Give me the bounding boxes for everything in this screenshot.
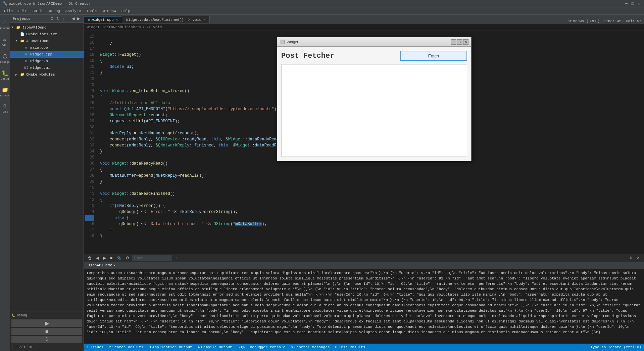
- edit-icon: ✏: [3, 36, 7, 43]
- sidebar-item-help[interactable]: ? Help: [0, 100, 10, 117]
- debug-icon: 🐛: [2, 70, 8, 77]
- menu-help[interactable]: Help: [119, 8, 133, 14]
- ui-icon: UI: [23, 65, 29, 71]
- tab-cpp-icon: ⚙: [88, 18, 90, 22]
- cmake-arrow: ▶: [15, 73, 19, 77]
- projects-expand-btn[interactable]: +: [61, 16, 65, 21]
- menu-debug[interactable]: Debug: [46, 8, 63, 14]
- expand-arrow-sub: ▼: [15, 39, 19, 43]
- play-btn[interactable]: ▶: [11, 319, 82, 327]
- debug-sidebar-item[interactable]: 🐛 Debug: [11, 313, 82, 318]
- menu-analyze[interactable]: Analyze: [63, 8, 84, 14]
- menu-bar: File Edit Build Debug Analyze Tools Wind…: [0, 7, 644, 15]
- output-text: temporibus autem et\narchitecto magnam u…: [87, 271, 640, 334]
- attach-btn[interactable]: 📎: [115, 255, 123, 261]
- step-btn[interactable]: ⤵: [11, 336, 82, 343]
- menu-build[interactable]: Build: [30, 8, 46, 14]
- status-tab-test[interactable]: 8 Test Results: [335, 345, 365, 349]
- sidebar-item-welcome[interactable]: ⌂ Welcome: [0, 16, 10, 33]
- tree-item-widgeth[interactable]: H widget.h: [10, 58, 84, 64]
- add-filter-btn[interactable]: +: [174, 255, 179, 261]
- issues-label: Issues: [90, 345, 104, 349]
- output-tab-label: JsonAPIDemo: [88, 263, 112, 267]
- run-btn[interactable]: ▶: [102, 255, 107, 261]
- breadcrumb: Widget::dataReadFinished() -> void: [87, 25, 162, 29]
- title-bar: 🔧 widget.cpp @ JsonAPIDemo - Qt Creator …: [0, 0, 644, 7]
- settings-output-btn[interactable]: ⚙: [124, 255, 131, 261]
- stop-btn[interactable]: ■: [11, 328, 82, 335]
- tab-data-read-finished[interactable]: Widget::dataReadFinished() -> void ✕: [122, 16, 210, 23]
- tab-widget-cpp[interactable]: ⚙ widget.cpp ✕: [84, 16, 122, 23]
- status-tab-search-results[interactable]: 2 Search Results: [109, 345, 143, 349]
- status-tab-qml[interactable]: 5 QML Debugger Console: [238, 345, 286, 349]
- menu-edit[interactable]: Edit: [15, 8, 30, 14]
- close-btn[interactable]: ✕: [638, 1, 640, 6]
- widget-close-btn[interactable]: ✕: [463, 39, 468, 45]
- output-tab-close[interactable]: ✕: [114, 263, 116, 267]
- sidebar-item-edit[interactable]: ✏ Edit: [0, 33, 10, 50]
- prev-output-btn[interactable]: ◀: [95, 255, 100, 261]
- close-panel-btn[interactable]: ✕: [635, 255, 641, 261]
- remove-filter-btn[interactable]: −: [180, 255, 185, 261]
- status-tab-compile[interactable]: 4 Compile Output: [198, 345, 232, 349]
- tree-item-maincpp[interactable]: ⚙ main.cpp: [10, 44, 84, 51]
- output-content[interactable]: temporibus autem et\narchitecto magnam u…: [84, 269, 644, 344]
- tree-label-widgetcpp: widget.cpp: [30, 52, 52, 56]
- compile-num: 4: [198, 345, 200, 349]
- sidebar-item-projects[interactable]: 📁 Projects: [0, 83, 10, 100]
- post-fetcher-title: Post Fetcher: [281, 52, 334, 60]
- tree-item-widgetcpp[interactable]: ⚙ widget.cpp: [10, 51, 84, 58]
- projects-toolbar: ⚙ ↻ + − ◀ ▶: [49, 16, 81, 21]
- stop-output-btn[interactable]: ■: [109, 255, 114, 261]
- output-tab-jsonapidemo[interactable]: JsonAPIDemo ✕: [85, 263, 118, 268]
- clear-btn[interactable]: 🗑: [87, 255, 93, 261]
- jsonapidemo-run-label: JsonAPIDemo: [11, 345, 82, 350]
- projects-collapse-btn[interactable]: −: [66, 16, 70, 21]
- help-icon: ?: [3, 104, 7, 110]
- tab-close-widget-cpp[interactable]: ✕: [116, 18, 118, 22]
- fetch-button[interactable]: Fetch: [400, 51, 467, 61]
- projects-sync-btn[interactable]: ↻: [55, 16, 60, 21]
- tree-item-jsonapidemo-sub[interactable]: ▼ 📁 JsonAPIDemo: [10, 38, 84, 44]
- tree-item-cmake-modules[interactable]: ▶ 📁 CMake Modules: [10, 71, 84, 78]
- debug-sidebar-label: Debug: [17, 314, 27, 317]
- widget-display-area: [281, 64, 467, 157]
- cursor-position-status: Type to locate (Ctrl+K): [590, 345, 641, 349]
- cmake-icon: 📄: [19, 32, 25, 37]
- widget-maximize-btn[interactable]: □: [457, 39, 462, 45]
- sidebar-item-debug[interactable]: 🐛 Debug: [0, 67, 10, 83]
- projects-icon: 📁: [2, 87, 8, 93]
- status-tab-issues[interactable]: 1 Issues: [87, 345, 103, 349]
- widget-title: Widget: [287, 40, 450, 44]
- tree-item-widgetui[interactable]: UI widget.ui: [10, 64, 84, 71]
- line-numbers: 1516171819 2021222324 2526272829 3031323…: [84, 31, 97, 254]
- sidebar-label-welcome: Welcome: [0, 27, 10, 30]
- tree-label-cmake-modules: CMake Modules: [26, 73, 55, 77]
- filter-input[interactable]: [132, 255, 172, 261]
- projects-next-btn[interactable]: ▶: [76, 16, 81, 21]
- tree-item-cmakeliststxt[interactable]: 📄 CMakeLists.txt: [10, 31, 84, 38]
- status-tab-app-output[interactable]: 3 Application Output: [149, 345, 192, 349]
- projects-prev-btn[interactable]: ◀: [71, 16, 76, 21]
- tab-close-drf[interactable]: ✕: [203, 18, 205, 22]
- tree-label-widgeth: widget.h: [30, 59, 48, 63]
- menu-tools[interactable]: Tools: [84, 8, 100, 14]
- minimize-btn[interactable]: ─: [625, 2, 628, 6]
- menu-window[interactable]: Window: [100, 8, 119, 14]
- menu-file[interactable]: File: [1, 8, 15, 14]
- maximize-btn[interactable]: □: [632, 2, 634, 6]
- tab-label-widget-cpp: widget.cpp: [92, 18, 114, 22]
- subfolder-icon: 📁: [19, 38, 25, 44]
- bottom-status-bar: 1 Issues 2 Search Results 3 Application …: [84, 344, 644, 351]
- sidebar-label-debug: Debug: [1, 77, 9, 80]
- sidebar-label-projects: Projects: [0, 94, 11, 97]
- folder-icon: 📁: [15, 25, 21, 30]
- file-tree: ▼ 📁 JsonAPIDemo 📄 CMakeLists.txt ▼ 📁 Jso…: [10, 23, 84, 311]
- projects-panel: Projects ⚙ ↻ + − ◀ ▶ ▼ 📁 JsonAPIDemo 📄 C…: [10, 15, 84, 351]
- projects-filter-btn[interactable]: ⚙: [49, 16, 55, 21]
- status-tab-general[interactable]: 6 General Messages: [291, 345, 330, 349]
- maximize-panel-btn[interactable]: ⬆: [628, 255, 634, 261]
- widget-minimize-btn[interactable]: ─: [451, 39, 456, 45]
- tree-item-jsonapidemo-root[interactable]: ▼ 📁 JsonAPIDemo: [10, 24, 84, 31]
- sidebar-item-design[interactable]: ⬡ Design: [0, 50, 10, 67]
